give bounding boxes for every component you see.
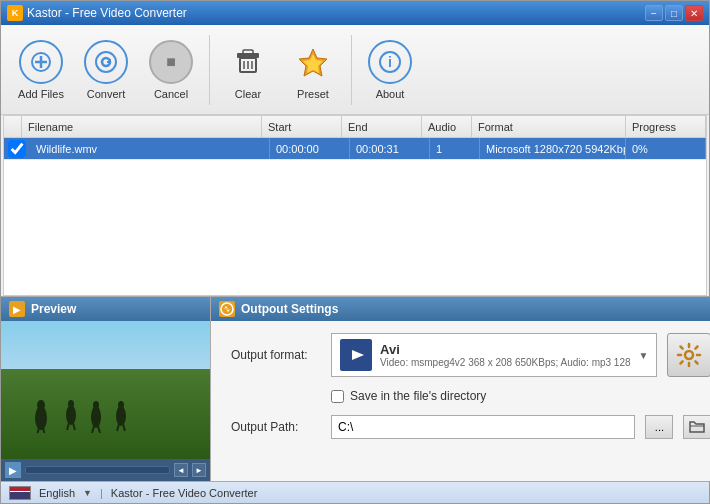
svg-point-30	[221, 303, 233, 315]
svg-line-17	[43, 428, 45, 433]
row-checkbox[interactable]	[8, 140, 26, 158]
toolbar: Add Files Convert ■ Cancel	[1, 25, 709, 115]
add-files-label: Add Files	[18, 88, 64, 100]
preview-next-button[interactable]: ►	[192, 463, 206, 477]
status-bar: English ▼ | Kastor - Free Video Converte…	[1, 481, 709, 503]
save-label: Save in the file's directory	[350, 389, 486, 403]
title-bar: K Kastor - Free Video Converter − □ ✕	[1, 1, 709, 25]
format-info: Avi Video: msmpeg4v2 368 x 208 650KBps; …	[380, 342, 631, 368]
svg-text:i: i	[388, 54, 392, 70]
convert-button[interactable]: Convert	[76, 31, 136, 109]
col-header-end: End	[342, 116, 422, 137]
bottom-section: ▶ Preview	[1, 296, 709, 481]
table-header: Filename Start End Audio Format Progress	[4, 116, 706, 138]
table-body: Wildlife.wmv 00:00:00 00:00:31 1 Microso…	[4, 138, 706, 295]
status-separator: |	[100, 487, 103, 499]
output-header: Outpout Settings	[211, 297, 710, 321]
svg-line-25	[98, 426, 100, 433]
preview-header: ▶ Preview	[1, 297, 210, 321]
clear-button[interactable]: Clear	[218, 31, 278, 109]
file-table: Filename Start End Audio Format Progress…	[4, 116, 706, 295]
app-icon: K	[7, 5, 23, 21]
convert-label: Convert	[87, 88, 126, 100]
col-header-audio: Audio	[422, 116, 472, 137]
main-area: Filename Start End Audio Format Progress…	[3, 115, 707, 296]
preview-controls: ▶ ◄ ►	[1, 459, 210, 481]
format-desc: Video: msmpeg4v2 368 x 208 650KBps; Audi…	[380, 357, 631, 368]
preview-prev-button[interactable]: ◄	[174, 463, 188, 477]
svg-line-16	[37, 428, 39, 433]
language-arrow[interactable]: ▼	[83, 488, 92, 498]
add-files-button[interactable]: Add Files	[11, 31, 71, 109]
svg-line-28	[117, 424, 119, 431]
preset-icon	[291, 40, 335, 84]
open-folder-button[interactable]	[683, 415, 710, 439]
cancel-label: Cancel	[154, 88, 188, 100]
preview-content	[1, 321, 210, 459]
svg-point-3	[96, 52, 116, 72]
toolbar-separator-1	[209, 35, 210, 105]
col-header-format: Format	[472, 116, 626, 137]
browse-button[interactable]: ...	[645, 415, 673, 439]
maximize-button[interactable]: □	[665, 5, 683, 21]
svg-line-24	[92, 426, 94, 433]
close-button[interactable]: ✕	[685, 5, 703, 21]
preview-ground	[1, 369, 210, 459]
row-progress: 0%	[626, 138, 706, 159]
save-checkbox[interactable]	[331, 390, 344, 403]
path-label: Output Path:	[231, 420, 321, 434]
row-audio: 1	[430, 138, 480, 159]
preview-birds	[21, 373, 161, 439]
minimize-button[interactable]: −	[645, 5, 663, 21]
format-row: Output format: Avi Video: msmpeg4v2 368 …	[231, 333, 710, 377]
preview-title: Preview	[31, 302, 76, 316]
format-dropdown-arrow: ▼	[639, 350, 649, 361]
table-row[interactable]: Wildlife.wmv 00:00:00 00:00:31 1 Microso…	[4, 138, 706, 160]
toolbar-separator-2	[351, 35, 352, 105]
preview-progress-bar[interactable]	[25, 466, 170, 474]
preset-label: Preset	[297, 88, 329, 100]
svg-point-19	[68, 400, 74, 408]
svg-line-29	[123, 424, 125, 431]
format-selector[interactable]: Avi Video: msmpeg4v2 368 x 208 650KBps; …	[331, 333, 657, 377]
about-label: About	[376, 88, 405, 100]
preview-header-icon: ▶	[9, 301, 25, 317]
col-header-progress: Progress	[626, 116, 706, 137]
row-end: 00:00:31	[350, 138, 430, 159]
convert-icon	[84, 40, 128, 84]
path-row: Output Path: ...	[231, 415, 710, 439]
svg-point-22	[91, 406, 101, 428]
flag-icon	[9, 486, 31, 500]
svg-point-15	[37, 400, 45, 410]
output-header-icon	[219, 301, 235, 317]
svg-point-33	[685, 351, 693, 359]
preview-panel: ▶ Preview	[1, 297, 211, 481]
svg-rect-9	[243, 50, 253, 54]
svg-point-27	[118, 401, 124, 409]
preset-button[interactable]: Preset	[283, 31, 343, 109]
language-selector[interactable]: English	[39, 487, 75, 499]
col-header-start: Start	[262, 116, 342, 137]
preview-play-button[interactable]: ▶	[5, 462, 21, 478]
window-title: Kastor - Free Video Converter	[27, 6, 187, 20]
format-label: Output format:	[231, 348, 321, 362]
clear-label: Clear	[235, 88, 261, 100]
clear-icon	[226, 40, 270, 84]
path-input[interactable]	[331, 415, 635, 439]
row-start: 00:00:00	[270, 138, 350, 159]
about-button[interactable]: i About	[360, 31, 420, 109]
row-filename: Wildlife.wmv	[30, 138, 270, 159]
preview-scene	[1, 321, 210, 459]
cancel-button[interactable]: ■ Cancel	[141, 31, 201, 109]
output-content: Output format: Avi Video: msmpeg4v2 368 …	[211, 321, 710, 481]
output-title: Outpout Settings	[241, 302, 338, 316]
col-header-filename: Filename	[22, 116, 262, 137]
svg-line-21	[73, 423, 75, 430]
settings-button[interactable]	[667, 333, 710, 377]
status-app-name: Kastor - Free Video Converter	[111, 487, 258, 499]
preview-sky	[1, 321, 210, 376]
svg-line-20	[67, 423, 69, 430]
format-icon	[340, 339, 372, 371]
add-files-icon	[19, 40, 63, 84]
row-format: Microsoft 1280x720 5942Kbps; WM...	[480, 138, 626, 159]
